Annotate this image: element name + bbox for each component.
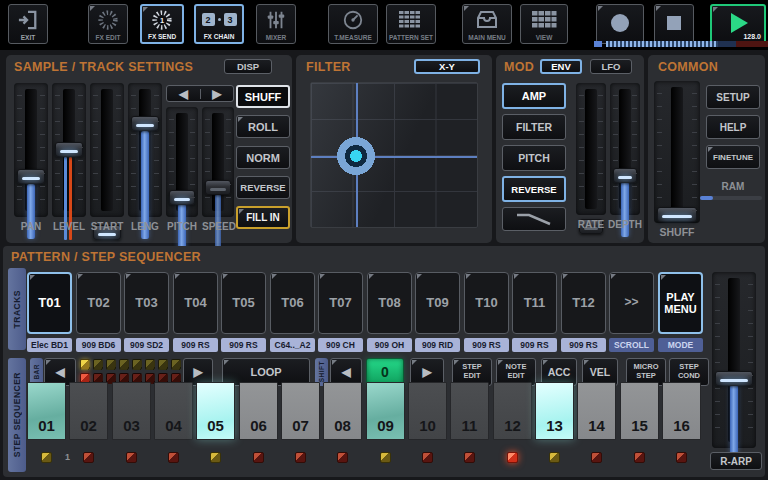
- gauge-icon: [329, 5, 377, 34]
- track-tab-t04[interactable]: T04: [173, 272, 218, 334]
- track-tab-t01[interactable]: T01: [27, 272, 72, 334]
- step-05[interactable]: 05: [196, 382, 235, 440]
- fx-edit-label: FX EDIT: [96, 34, 121, 41]
- pattern-scroll-slider[interactable]: [712, 272, 756, 448]
- lfo-button[interactable]: LFO: [590, 59, 632, 74]
- track-tab-t11[interactable]: T11: [512, 272, 557, 334]
- sample-prev-arrow[interactable]: ◀: [167, 87, 200, 101]
- start-slider[interactable]: [90, 83, 124, 217]
- pan-slider[interactable]: [14, 83, 48, 217]
- mixer-button[interactable]: MIXER: [256, 4, 296, 44]
- length-slider[interactable]: [128, 83, 162, 217]
- stop-button[interactable]: [654, 4, 694, 44]
- view-button[interactable]: VIEW: [520, 4, 568, 44]
- track-tab-t02[interactable]: T02: [76, 272, 121, 334]
- fx-edit-button[interactable]: FX EDIT: [88, 4, 128, 44]
- track-tab-t09[interactable]: T09: [415, 272, 460, 334]
- level-label: LEVEL: [52, 221, 86, 232]
- setup-button[interactable]: SETUP: [706, 85, 760, 109]
- env-button[interactable]: ENV: [540, 59, 582, 74]
- sample-chip-t12: 909 RS: [561, 338, 606, 352]
- env-shape-button[interactable]: [502, 207, 566, 231]
- track-scroll-tab[interactable]: >>: [609, 272, 654, 334]
- disp-button[interactable]: DISP: [224, 59, 272, 74]
- play-button[interactable]: 128.0: [710, 4, 766, 44]
- step-04[interactable]: 04: [154, 382, 193, 440]
- sample-next-arrow[interactable]: ▶: [201, 87, 234, 101]
- main-content: SAMPLE / TRACK SETTINGS DISP: [0, 50, 768, 480]
- step-14[interactable]: 14: [577, 382, 616, 440]
- pattern-grid-icon: [387, 5, 435, 34]
- step-13[interactable]: 13: [535, 382, 574, 440]
- step-11[interactable]: 11: [450, 382, 489, 440]
- t-measure-button[interactable]: T.MEASURE: [328, 4, 378, 44]
- mod-filter-button[interactable]: FILTER: [502, 114, 566, 140]
- track-tab-t08[interactable]: T08: [367, 272, 412, 334]
- step-07[interactable]: 07: [281, 382, 320, 440]
- view-grid-icon: [521, 5, 567, 34]
- xy-mode-button[interactable]: X-Y: [414, 59, 480, 74]
- roll-button[interactable]: ROLL: [236, 115, 290, 138]
- track-tab-t07[interactable]: T07: [318, 272, 363, 334]
- record-button[interactable]: [596, 4, 644, 44]
- bar-led: [132, 359, 142, 370]
- pattern-set-button[interactable]: PATTERN SET: [386, 4, 436, 44]
- track-tab-t03[interactable]: T03: [124, 272, 169, 334]
- shuffle-button[interactable]: SHUFF: [236, 85, 290, 108]
- bar-led: [93, 359, 103, 370]
- ram-label: RAM: [706, 181, 760, 192]
- play-menu-tab[interactable]: PLAY MENU: [658, 272, 703, 334]
- speed-slider[interactable]: [202, 107, 234, 217]
- fill-in-button[interactable]: FILL IN: [236, 206, 290, 229]
- step-01[interactable]: 01: [27, 382, 66, 440]
- step-02[interactable]: 02: [69, 382, 108, 440]
- pitch-slider[interactable]: [166, 107, 198, 217]
- step-06[interactable]: 06: [239, 382, 278, 440]
- filter-xy-pad[interactable]: [310, 82, 478, 228]
- common-shuffle-slider[interactable]: [654, 81, 700, 223]
- fx-send-button[interactable]: 1 FX SEND: [140, 4, 184, 44]
- app-screen: EXIT FX EDIT 1 FX SEND 2 3 FX CHAIN: [0, 0, 768, 480]
- mode-chip: MODE: [658, 338, 703, 352]
- help-button[interactable]: HELP: [706, 115, 760, 139]
- step-09[interactable]: 09: [366, 382, 405, 440]
- sample-chip-t03: 909 SD2: [124, 338, 169, 352]
- stop-icon: [655, 5, 693, 41]
- track-tab-t05[interactable]: T05: [221, 272, 266, 334]
- track-tab-t10[interactable]: T10: [464, 272, 509, 334]
- step-flag-03: [126, 452, 137, 463]
- fx-chain-button[interactable]: 2 3 FX CHAIN: [194, 4, 244, 44]
- track-tab-t12[interactable]: T12: [561, 272, 606, 334]
- progress-bar-rest: [718, 41, 736, 47]
- mod-rate-slider[interactable]: [576, 83, 606, 215]
- exit-button[interactable]: EXIT: [8, 4, 48, 44]
- step-15[interactable]: 15: [620, 382, 659, 440]
- xy-puck[interactable]: [336, 136, 376, 176]
- length-label: LENG: [128, 221, 162, 232]
- mod-reverse-button[interactable]: REVERSE: [502, 176, 566, 202]
- finetune-button[interactable]: FINETUNE: [706, 145, 760, 169]
- step-03[interactable]: 03: [112, 382, 151, 440]
- level-slider[interactable]: [52, 83, 86, 217]
- step-flag-16: [676, 452, 687, 463]
- step-08[interactable]: 08: [323, 382, 362, 440]
- mod-amp-button[interactable]: AMP: [502, 83, 566, 109]
- step-10[interactable]: 10: [408, 382, 447, 440]
- exit-icon: [9, 5, 47, 34]
- norm-button[interactable]: NORM: [236, 146, 290, 169]
- mod-pitch-button[interactable]: PITCH: [502, 145, 566, 171]
- step-flag-06: [253, 452, 264, 463]
- tempo-value: 128.0: [743, 33, 761, 40]
- mod-depth-slider[interactable]: [610, 83, 640, 215]
- step-16[interactable]: 16: [662, 382, 701, 440]
- main-menu-button[interactable]: MAIN MENU: [462, 4, 512, 44]
- step-flag-09: [380, 452, 391, 463]
- rate-label: RATE: [574, 219, 608, 230]
- reverse-button[interactable]: REVERSE: [236, 176, 290, 199]
- step-flag-07: [295, 452, 306, 463]
- main-menu-label: MAIN MENU: [468, 34, 506, 41]
- r-arp-button[interactable]: R-ARP: [710, 452, 762, 470]
- step-12[interactable]: 12: [493, 382, 532, 440]
- step-flag-08: [337, 452, 348, 463]
- track-tab-t06[interactable]: T06: [270, 272, 315, 334]
